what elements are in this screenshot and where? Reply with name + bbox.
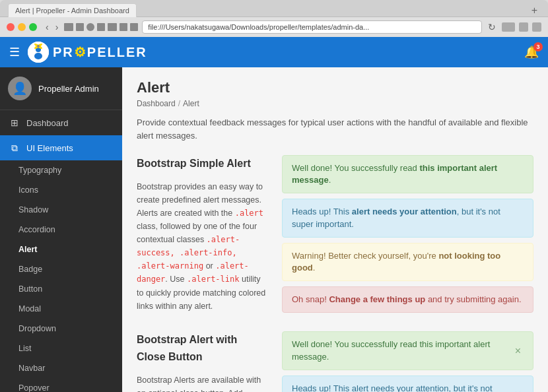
section-close-button-alerts: Well done! You successfully read this im… <box>282 331 533 392</box>
share-icon <box>532 22 541 32</box>
section-close-button-desc: Bootstrap Alert with Close Button Bootst… <box>137 331 269 392</box>
download-icon <box>502 22 515 32</box>
alert-dismissible-success-text: Well done! You successfully read this im… <box>292 339 512 362</box>
app-wrapper: ☰ PR⚙PELLER <box>0 37 548 392</box>
code-alert: .alert <box>235 209 263 218</box>
user-name: Propeller Admin <box>38 84 99 94</box>
browser-nav: ‹ › <box>44 22 60 32</box>
url-text: file:///Users/nakatsugawa/Downloads/prop… <box>148 23 369 31</box>
alert-dismissible-info-text: Heads up! This alert needs your attentio… <box>292 383 512 392</box>
grid-icon <box>120 23 127 31</box>
sidebar-item-button[interactable]: Button <box>0 279 122 299</box>
browser-tab[interactable]: Alert | Propeller - Admin Dashboard <box>8 3 137 17</box>
alert-warning-bold: not looking too good <box>292 251 500 273</box>
main-content: Alert Dashboard / Alert Provide contextu… <box>122 67 548 392</box>
breadcrumb-current: Alert <box>183 99 199 108</box>
section-close-button-title: Bootstrap Alert with Close Button <box>137 331 269 365</box>
alert-success-bold: this important alert message <box>292 163 497 185</box>
sidebar-item-alert[interactable]: Alert <box>0 240 122 259</box>
list-icon <box>130 23 138 31</box>
alert-info-bold: alert needs your attention <box>352 207 457 216</box>
logo-icon <box>28 42 49 63</box>
hamburger-button[interactable]: ☰ <box>9 45 20 59</box>
alert-dismissible-success: Well done! You successfully read this im… <box>282 331 533 370</box>
sidebar-item-ui-label: UI Elements <box>26 143 73 153</box>
refresh-button[interactable]: ↻ <box>486 22 498 32</box>
close-button-info[interactable]: × <box>512 389 524 392</box>
page-title: Alert <box>137 79 533 96</box>
breadcrumb: Dashboard / Alert <box>137 99 533 108</box>
avatar: 👤 <box>8 77 32 100</box>
sidebar-item-shadow[interactable]: Shadow <box>0 200 122 220</box>
svg-point-2 <box>34 53 42 59</box>
bookmark-icon <box>76 23 84 31</box>
close-button-success[interactable]: × <box>512 345 524 357</box>
alert-danger-bold: Change a few things up <box>329 294 425 304</box>
sidebar-item-list[interactable]: List <box>0 339 122 358</box>
alert-warning: Warning! Better check yourself, you're n… <box>282 243 533 281</box>
section-close-button: Bootstrap Alert with Close Button Bootst… <box>137 331 533 392</box>
sidebar-item-popover[interactable]: Popover <box>0 378 122 392</box>
forward-button[interactable]: › <box>53 22 61 32</box>
sidebar-item-badge[interactable]: Badge <box>0 259 122 279</box>
sidebar-item-icons[interactable]: Icons <box>0 180 122 200</box>
app-header: ☰ PR⚙PELLER <box>0 37 548 67</box>
sidebar-subitems: Typography Icons Shadow Accordion Alert … <box>0 160 122 392</box>
sidebar-user: 👤 Propeller Admin <box>0 67 122 110</box>
url-bar[interactable]: file:///Users/nakatsugawa/Downloads/prop… <box>142 20 482 34</box>
info-icon <box>86 23 94 31</box>
section-simple-alert: Bootstrap Simple Alert Bootstrap provide… <box>137 155 533 318</box>
browser-tab-row: Alert | Propeller - Admin Dashboard + <box>0 0 548 17</box>
browser-url-row: ‹ › file:///Users/nakatsugawa/Downloads/… <box>0 17 548 37</box>
breadcrumb-home[interactable]: Dashboard <box>137 99 176 108</box>
code-link: .alert-link <box>187 275 239 284</box>
sidebar-item-accordion[interactable]: Accordion <box>0 220 122 240</box>
ext-icon <box>108 23 117 31</box>
sidebar-item-typography[interactable]: Typography <box>0 160 122 180</box>
sidebar-item-dropdown[interactable]: Dropdown <box>0 319 122 339</box>
layers-icon <box>64 23 73 31</box>
logo-text: PR⚙PELLER <box>53 44 147 60</box>
alert-info: Heads up! This alert needs your attentio… <box>282 199 533 237</box>
svg-point-5 <box>37 45 40 48</box>
close-dot[interactable] <box>7 23 15 31</box>
notification-button[interactable]: 🔔 3 <box>524 45 539 59</box>
minimize-dot[interactable] <box>18 23 26 31</box>
section-simple-alert-title: Bootstrap Simple Alert <box>137 155 269 172</box>
notification-badge: 3 <box>533 42 543 51</box>
logo-area: PR⚙PELLER <box>28 42 147 63</box>
sidebar-item-ui-elements[interactable]: ⧉ UI Elements <box>0 135 122 160</box>
alert-success: Well done! You successfully read this im… <box>282 155 533 193</box>
section-simple-alert-alerts: Well done! You successfully read this im… <box>282 155 533 318</box>
sidebar-item-modal[interactable]: Modal <box>0 299 122 319</box>
pin-icon <box>97 23 105 31</box>
window-controls <box>7 23 37 31</box>
page-description: Provide contextual feedback messages for… <box>137 116 533 142</box>
lock-icon <box>519 22 528 32</box>
sidebar-item-dashboard[interactable]: ⊞ Dashboard <box>0 110 122 135</box>
back-button[interactable]: ‹ <box>44 22 51 32</box>
ui-elements-icon: ⧉ <box>9 143 20 153</box>
new-tab-button[interactable]: + <box>529 5 540 16</box>
app-body: 👤 Propeller Admin ⊞ Dashboard ⧉ UI Eleme… <box>0 67 548 392</box>
dashboard-icon: ⊞ <box>9 117 20 128</box>
sidebar-item-navbar[interactable]: Navbar <box>0 358 122 378</box>
sidebar-item-dashboard-label: Dashboard <box>26 118 69 128</box>
browser-window: Alert | Propeller - Admin Dashboard + ‹ … <box>0 0 548 392</box>
section-simple-alert-desc: Bootstrap Simple Alert Bootstrap provide… <box>137 155 269 318</box>
alert-danger: Oh snap! Change a few things up and try … <box>282 286 533 313</box>
sidebar: 👤 Propeller Admin ⊞ Dashboard ⧉ UI Eleme… <box>0 67 122 392</box>
maximize-dot[interactable] <box>29 23 37 31</box>
alert-dismissible-info: Heads up! This alert needs your attentio… <box>282 376 533 392</box>
